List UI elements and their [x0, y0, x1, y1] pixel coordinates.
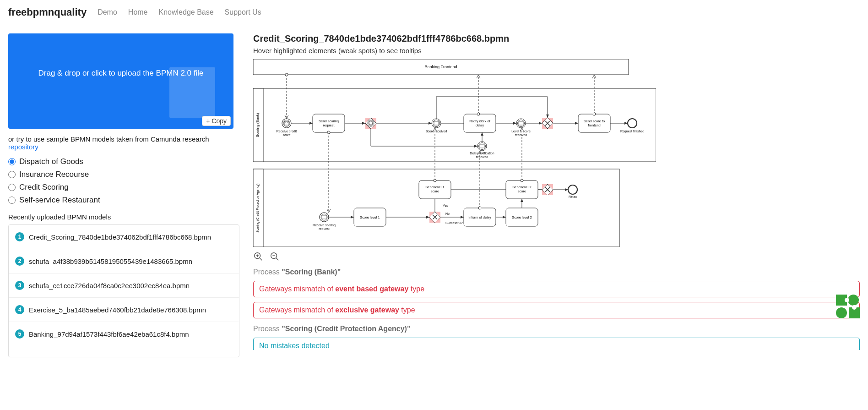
- info-no-mistakes[interactable]: No mistakes detected: [253, 338, 860, 350]
- svg-point-65: [478, 207, 481, 209]
- puzzle-logo-icon[interactable]: [836, 295, 860, 318]
- recent-badge: 3: [15, 281, 24, 290]
- svg-text:Yes: Yes: [443, 204, 448, 207]
- svg-point-83: [845, 298, 849, 302]
- nav-support[interactable]: Support Us: [225, 8, 261, 16]
- lane-agency: Scoring (Credit Protection Agency): [256, 183, 260, 232]
- nav-kb[interactable]: Knowledge Base: [159, 8, 214, 16]
- issue-event-gateway[interactable]: Gateways mismatch of event based gateway…: [253, 281, 860, 297]
- radio-credit[interactable]: [8, 184, 16, 191]
- dropzone-label: Drag & drop or click to upload the BPMN …: [8, 69, 233, 78]
- nav-home[interactable]: Home: [128, 8, 148, 16]
- svg-text:Inform of delay: Inform of delay: [468, 215, 491, 219]
- recent-item[interactable]: 2 schufa_a4f38b939b51458195055439e148366…: [9, 249, 239, 273]
- radio-insurance[interactable]: [8, 171, 16, 178]
- svg-line-73: [260, 258, 262, 261]
- svg-point-59: [285, 73, 288, 76]
- recent-filename: schufa_a4f38b939b51458195055439e1483665.…: [29, 257, 192, 265]
- hint-prefix: or try to use sample BPMN models taken f…: [8, 135, 209, 143]
- sample-hint: or try to use sample BPMN models taken f…: [8, 135, 239, 151]
- recent-badge: 4: [15, 305, 24, 314]
- bpmn-diagram[interactable]: Banking Frontend Scoring (Bank) Scoring …: [253, 59, 860, 247]
- process2-heading: Process "Scoring (Credit Protection Agen…: [253, 325, 860, 333]
- sample-label: Self-service Restaurant: [19, 196, 100, 205]
- sample-restaurant[interactable]: Self-service Restaurant: [8, 194, 239, 207]
- recent-list[interactable]: 1 Credit_Scoring_7840de1bde374062bdf1fff…: [8, 224, 239, 357]
- recent-filename: Credit_Scoring_7840de1bde374062bdf1fff47…: [29, 233, 211, 241]
- file-title: Credit_Scoring_7840de1bde374062bdf1fff47…: [253, 33, 860, 44]
- zoom-in-icon[interactable]: [253, 251, 263, 262]
- radio-restaurant[interactable]: [8, 197, 16, 204]
- svg-text:Score received: Score received: [426, 130, 447, 133]
- svg-point-80: [848, 295, 859, 306]
- svg-text:Score level 2: Score level 2: [512, 215, 532, 219]
- copy-button[interactable]: + Copy: [202, 116, 231, 126]
- nav-demo[interactable]: Demo: [98, 8, 117, 16]
- file-subtitle: Hover highlighted elements (weak spots) …: [253, 47, 860, 55]
- recent-badge: 1: [15, 232, 24, 241]
- svg-text:Successful?: Successful?: [445, 221, 463, 224]
- copy-label: Copy: [212, 117, 227, 125]
- svg-point-69: [521, 179, 523, 182]
- svg-point-63: [434, 179, 436, 182]
- sample-label: Credit Scoring: [19, 183, 69, 192]
- issue-exclusive-gateway[interactable]: Gateways mismatch of exclusive gateway t…: [253, 302, 860, 318]
- recent-badge: 2: [15, 257, 24, 266]
- evt-label: Receive credit: [277, 130, 297, 133]
- recent-item[interactable]: 4 Exercise_5_ba1485aebed7460fbb21dade8e7…: [9, 298, 239, 322]
- svg-text:Score level 1: Score level 1: [360, 215, 380, 219]
- repository-link[interactable]: repository: [8, 143, 38, 151]
- sample-label: Dispatch of Goods: [19, 157, 83, 166]
- recent-item[interactable]: 1 Credit_Scoring_7840de1bde374062bdf1fff…: [9, 225, 239, 249]
- svg-point-81: [836, 307, 847, 318]
- svg-point-61: [327, 131, 330, 134]
- svg-text:No: No: [445, 212, 450, 215]
- svg-point-84: [852, 305, 857, 310]
- pool-frontend: Banking Frontend: [424, 65, 457, 69]
- svg-text:Relax: Relax: [569, 195, 577, 198]
- sample-label: Insurance Recourse: [19, 170, 89, 179]
- recent-filename: Banking_97d94af1573f443fbf6ae42eba61c8f4…: [29, 330, 189, 338]
- recent-filename: schufa_cc1cce726da04f8ca0c2ee3002ec84ea.…: [29, 282, 190, 290]
- sample-dispatch[interactable]: Dispatch of Goods: [8, 155, 239, 168]
- brand[interactable]: freebpmnquality: [8, 6, 87, 18]
- svg-point-31: [628, 119, 637, 128]
- upload-dropzone[interactable]: Drag & drop or click to upload the BPMN …: [8, 33, 233, 129]
- zoom-controls: [253, 251, 860, 262]
- recent-heading: Recently uploaded BPMN models: [8, 213, 239, 221]
- recent-filename: Exercise_5_ba1485aebed7460fbb21dade8e766…: [29, 306, 206, 314]
- svg-line-77: [276, 258, 279, 261]
- sample-credit[interactable]: Credit Scoring: [8, 181, 239, 194]
- process1-heading: Process "Scoring (Bank)": [253, 268, 860, 276]
- lane-bank: Scoring (Bank): [255, 113, 260, 137]
- navbar: freebpmnquality Demo Home Knowledge Base…: [0, 0, 868, 25]
- recent-badge: 5: [15, 329, 24, 339]
- plus-icon: +: [206, 117, 210, 125]
- recent-item[interactable]: 5 Banking_97d94af1573f443fbf6ae42eba61c8…: [9, 322, 239, 346]
- svg-point-56: [568, 185, 577, 194]
- sample-insurance[interactable]: Insurance Recourse: [8, 168, 239, 181]
- radio-dispatch[interactable]: [8, 158, 16, 165]
- svg-point-67: [477, 113, 480, 115]
- svg-text:Request finished: Request finished: [620, 130, 644, 133]
- recent-item[interactable]: 3 schufa_cc1cce726da04f8ca0c2ee3002ec84e…: [9, 273, 239, 298]
- svg-point-71: [593, 113, 596, 115]
- zoom-out-icon[interactable]: [270, 251, 280, 262]
- sample-radio-group: Dispatch of Goods Insurance Recourse Cre…: [8, 155, 239, 207]
